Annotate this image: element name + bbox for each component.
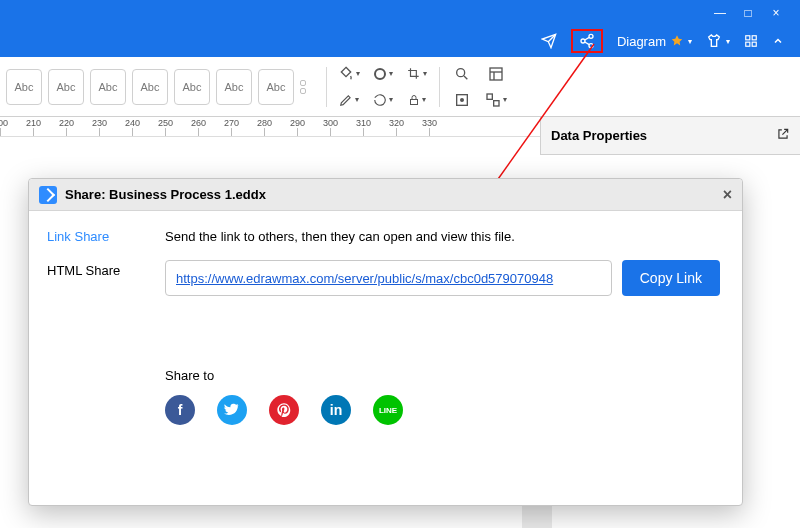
style-more[interactable] xyxy=(300,80,310,94)
send-icon[interactable] xyxy=(541,33,557,49)
lock-icon[interactable] xyxy=(405,89,429,111)
line-icon[interactable]: LINE xyxy=(373,395,403,425)
tshirt-icon[interactable]: ▾ xyxy=(706,33,730,49)
svg-point-16 xyxy=(461,98,464,101)
tab-html-share[interactable]: HTML Share xyxy=(47,263,159,297)
svg-rect-5 xyxy=(746,36,750,40)
share-link-input[interactable] xyxy=(165,260,612,296)
pen-icon[interactable] xyxy=(337,89,361,111)
share-icon[interactable] xyxy=(571,29,603,53)
style-swatch[interactable]: Abc xyxy=(132,69,168,105)
svg-rect-6 xyxy=(752,36,756,40)
fill-icon[interactable] xyxy=(337,63,361,85)
rotate-icon[interactable] xyxy=(371,89,395,111)
share-to-label: Share to xyxy=(165,368,720,383)
svg-rect-8 xyxy=(752,42,756,46)
menubar: Diagram ▾ ▾ xyxy=(0,25,800,57)
toolbar: Abc Abc Abc Abc Abc Abc Abc xyxy=(0,57,800,117)
window-close[interactable]: × xyxy=(762,0,790,25)
style-swatch[interactable]: Abc xyxy=(6,69,42,105)
facebook-icon[interactable]: f xyxy=(165,395,195,425)
style-swatch[interactable]: Abc xyxy=(174,69,210,105)
svg-rect-17 xyxy=(487,94,492,99)
arrange-icon[interactable] xyxy=(484,89,508,111)
dialog-sidebar: Link Share HTML Share xyxy=(29,211,159,505)
dialog-instruction: Send the link to others, then they can o… xyxy=(165,229,720,244)
share-dialog: Share: Business Process 1.eddx × Link Sh… xyxy=(28,178,743,506)
style-swatch[interactable]: Abc xyxy=(90,69,126,105)
copy-link-button[interactable]: Copy Link xyxy=(622,260,720,296)
style-swatch[interactable]: Abc xyxy=(216,69,252,105)
apps-icon[interactable] xyxy=(744,34,758,48)
focus-icon[interactable] xyxy=(450,89,474,111)
collapse-icon[interactable] xyxy=(772,35,784,47)
svg-line-4 xyxy=(585,37,590,40)
window-restore[interactable]: □ xyxy=(734,0,762,25)
search-icon[interactable] xyxy=(450,63,474,85)
twitter-icon[interactable] xyxy=(217,395,247,425)
style-swatch[interactable]: Abc xyxy=(48,69,84,105)
svg-point-2 xyxy=(589,44,593,48)
svg-rect-7 xyxy=(746,42,750,46)
layout-icon[interactable] xyxy=(484,63,508,85)
svg-point-0 xyxy=(589,34,593,38)
style-swatch[interactable]: Abc xyxy=(258,69,294,105)
pinterest-icon[interactable] xyxy=(269,395,299,425)
svg-rect-10 xyxy=(411,99,418,104)
window-minimize[interactable]: — xyxy=(706,0,734,25)
window-titlebar: — □ × xyxy=(0,0,800,25)
svg-point-1 xyxy=(581,39,585,43)
svg-point-11 xyxy=(457,68,465,76)
linkedin-icon[interactable]: in xyxy=(321,395,351,425)
shape-icon[interactable] xyxy=(371,63,395,85)
tab-link-share[interactable]: Link Share xyxy=(47,229,159,263)
svg-point-9 xyxy=(375,69,385,79)
dialog-header: Share: Business Process 1.eddx × xyxy=(29,179,742,211)
crop-icon[interactable] xyxy=(405,63,429,85)
popout-icon[interactable] xyxy=(776,127,790,144)
panel-title: Data Properties xyxy=(551,128,647,143)
dialog-title: Share: Business Process 1.eddx xyxy=(65,187,266,202)
svg-rect-18 xyxy=(494,100,499,105)
svg-rect-12 xyxy=(490,68,502,80)
app-logo-icon xyxy=(39,186,57,204)
data-properties-panel-header: Data Properties xyxy=(540,117,800,155)
svg-line-3 xyxy=(585,42,590,45)
dialog-close-button[interactable]: × xyxy=(723,186,732,204)
diagram-menu[interactable]: Diagram ▾ xyxy=(617,34,692,49)
